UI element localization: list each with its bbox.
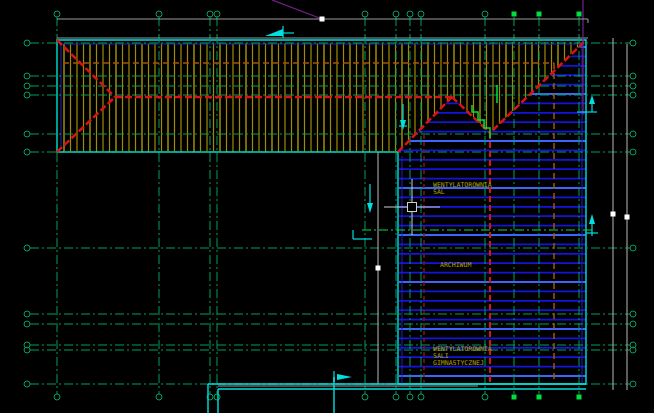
- axis-bubble: [407, 394, 413, 400]
- axis-bubble: [630, 381, 636, 387]
- slope-arrow-right-2: [586, 214, 598, 236]
- axis-bubble: [393, 394, 399, 400]
- room-label-archive: ARCHIWUM: [440, 261, 471, 269]
- hip-left-bottom: [57, 97, 115, 152]
- axis-bubble: [24, 40, 30, 46]
- leader-diagonal: [272, 0, 322, 19]
- axis-bubble: [630, 73, 636, 79]
- axis-bubble: [24, 83, 30, 89]
- axis-bubble: [630, 149, 636, 155]
- axis-square-marker: [512, 395, 517, 400]
- cad-canvas[interactable]: WENTYLATOROWNIASALARCHIWUMWENTYLATOROWNI…: [0, 0, 654, 413]
- axis-bubble: [24, 92, 30, 98]
- axis-bubble: [24, 73, 30, 79]
- axis-square-marker: [512, 12, 517, 17]
- axis-bubble: [393, 11, 399, 17]
- slope-arrow-mid: [353, 184, 373, 239]
- slope-arrow-left: [265, 26, 294, 38]
- room-label-fan-gym: GIMNASTYCZNEJ: [433, 359, 484, 367]
- pickbox: [408, 203, 417, 212]
- axis-bubble: [630, 40, 636, 46]
- axis-bubble: [156, 11, 162, 17]
- axis-bubble: [630, 321, 636, 327]
- axis-bubble: [54, 394, 60, 400]
- axis-bubble: [24, 131, 30, 137]
- axis-bubble: [24, 149, 30, 155]
- axis-bubble: [482, 11, 488, 17]
- axis-bubble: [214, 394, 220, 400]
- axis-bubble: [362, 11, 368, 17]
- slope-arrow-wing-top: [399, 104, 407, 130]
- axis-bubble: [630, 311, 636, 317]
- gable-left: [398, 97, 452, 152]
- arrow-head: [265, 29, 283, 36]
- axis-bubble: [630, 92, 636, 98]
- axis-bubble: [418, 394, 424, 400]
- building-outline-poly: [57, 40, 586, 384]
- axis-bubble: [407, 11, 413, 17]
- reference-lines-gray: [57, 19, 588, 386]
- slope-arrow-bottom: [334, 371, 352, 382]
- axis-square-marker: [577, 395, 582, 400]
- eave-lines-cyan: [208, 377, 586, 413]
- hip-right: [490, 42, 584, 133]
- axis-square-marker: [577, 12, 582, 17]
- axis-square-marker: [537, 395, 542, 400]
- selection-grip[interactable]: [376, 266, 381, 271]
- selection-grip[interactable]: [320, 17, 325, 22]
- axis-bubble: [24, 245, 30, 251]
- axis-bubble: [214, 11, 220, 17]
- axis-bubble: [630, 131, 636, 137]
- axis-bubble: [24, 381, 30, 387]
- selection-grip[interactable]: [625, 215, 630, 220]
- axis-bubble: [207, 11, 213, 17]
- axis-square-marker: [537, 12, 542, 17]
- cad-drawing: WENTYLATOROWNIASALARCHIWUMWENTYLATOROWNI…: [0, 0, 654, 413]
- axis-bubble: [418, 11, 424, 17]
- axis-bubble: [482, 394, 488, 400]
- building-outline: [57, 40, 586, 384]
- axis-bubble: [630, 245, 636, 251]
- axis-bubble: [362, 394, 368, 400]
- arrow-head: [337, 374, 352, 380]
- axis-bubble: [630, 83, 636, 89]
- axis-bubble: [54, 11, 60, 17]
- hip-left-top: [57, 40, 115, 97]
- axis-bubble: [24, 321, 30, 327]
- room-label-fan-hall: SAL: [433, 188, 445, 196]
- selection-grip[interactable]: [611, 212, 616, 217]
- axis-bubble: [24, 311, 30, 317]
- axis-bubble: [156, 394, 162, 400]
